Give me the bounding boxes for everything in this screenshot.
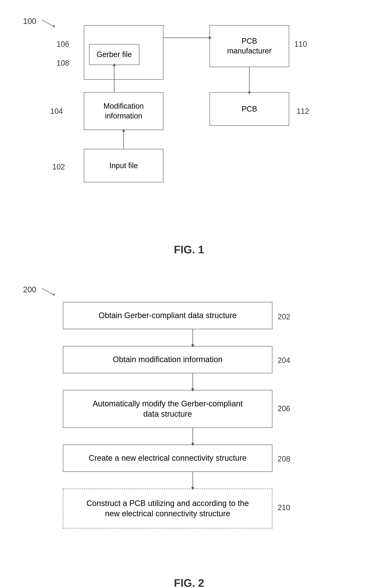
flow-ref-208: 208 xyxy=(278,455,290,463)
ref-label-102: 102 xyxy=(52,163,65,171)
ref-label-104: 104 xyxy=(50,107,63,116)
flow-ref-204: 204 xyxy=(278,356,290,365)
box-pcb-manufacturer: PCB manufacturer xyxy=(210,25,289,67)
fig1-section: 100 106 108 104 102 110 112 Design softw… xyxy=(17,13,361,264)
box-pcb: PCB xyxy=(210,92,289,126)
box-modification-info: Modification information xyxy=(84,92,163,130)
box-gerber-file: Gerber file xyxy=(89,44,139,65)
flow-box-202: Obtain Gerber-compliant data structure xyxy=(63,302,272,329)
box-modification-info-label: Modification information xyxy=(104,101,144,121)
flow-box-204: Obtain modification information xyxy=(63,346,272,373)
flow-box-210-label: Construct a PCB utilizing and according … xyxy=(86,498,249,519)
box-input-file: Input file xyxy=(84,149,163,182)
flow-ref-202: 202 xyxy=(278,312,290,321)
box-gerber-file-label: Gerber file xyxy=(97,50,132,59)
flow-box-208: Create a new electrical connectivity str… xyxy=(63,445,272,472)
ref-label-110: 110 xyxy=(294,40,307,49)
box-input-file-label: Input file xyxy=(109,161,138,171)
flow-box-206-label: Automatically modify the Gerber-complian… xyxy=(93,399,243,420)
flow-ref-206: 206 xyxy=(278,404,290,413)
ref-label-112: 112 xyxy=(297,107,309,116)
flow-box-208-label: Create a new electrical connectivity str… xyxy=(89,453,247,463)
ref-label-106: 106 xyxy=(56,40,69,49)
box-pcb-label: PCB xyxy=(242,104,257,114)
flow-box-206: Automatically modify the Gerber-complian… xyxy=(63,390,272,428)
page: 100 106 108 104 102 110 112 Design softw… xyxy=(0,0,378,588)
fig1-caption: FIG. 1 xyxy=(174,243,204,256)
flow-box-202-label: Obtain Gerber-compliant data structure xyxy=(99,310,237,321)
ref-label-108: 108 xyxy=(56,59,69,68)
fig2-caption: FIG. 2 xyxy=(174,577,204,588)
flow-box-204-label: Obtain modification information xyxy=(113,354,223,365)
flow-ref-210: 210 xyxy=(278,503,290,512)
box-pcb-manufacturer-label: PCB manufacturer xyxy=(227,36,271,56)
fig1-diagram: 106 108 104 102 110 112 Design software … xyxy=(50,17,352,237)
fig2-diagram: Obtain Gerber-compliant data structure 2… xyxy=(50,285,352,547)
flow-box-210: Construct a PCB utilizing and according … xyxy=(63,489,272,529)
fig2-section: 200 Obtain Gerber-compliant data structu… xyxy=(17,281,361,588)
